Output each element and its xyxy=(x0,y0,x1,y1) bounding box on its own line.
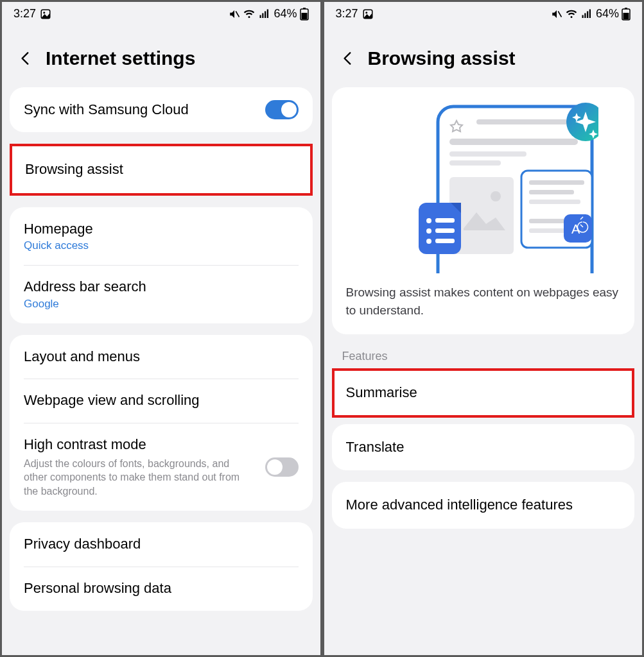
svg-rect-16 xyxy=(589,9,591,18)
svg-line-12 xyxy=(558,11,561,17)
personal-browsing-title: Personal browsing data xyxy=(24,579,171,598)
svg-rect-32 xyxy=(529,228,568,233)
personal-browsing-row[interactable]: Personal browsing data xyxy=(10,567,313,611)
svg-rect-19 xyxy=(623,13,629,19)
browsing-assist-illustration: A xyxy=(344,94,623,273)
header-right: Browsing assist xyxy=(324,24,643,87)
translate-row[interactable]: Translate xyxy=(332,424,635,471)
svg-rect-14 xyxy=(584,13,586,18)
svg-rect-3 xyxy=(260,15,261,18)
svg-rect-5 xyxy=(265,11,266,18)
more-ai-title: More advanced intelligence features xyxy=(346,496,573,515)
wifi-icon xyxy=(243,8,256,20)
high-contrast-title: High contrast mode xyxy=(24,436,265,454)
high-contrast-desc: Adjust the colours of fonts, backgrounds… xyxy=(24,457,245,499)
address-bar-title: Address bar search xyxy=(24,278,299,296)
sync-toggle[interactable] xyxy=(265,100,299,119)
high-contrast-toggle[interactable] xyxy=(265,457,299,477)
privacy-dashboard-title: Privacy dashboard xyxy=(24,535,141,554)
svg-rect-8 xyxy=(303,8,306,9)
svg-point-26 xyxy=(491,191,501,201)
sync-title: Sync with Samsung Cloud xyxy=(24,101,265,119)
statusbar-right: 3:27 64% xyxy=(324,2,643,24)
summarise-title: Summarise xyxy=(346,384,417,402)
layout-card: Layout and menus Webpage view and scroll… xyxy=(10,335,313,511)
gallery-icon xyxy=(40,8,51,20)
wifi-icon xyxy=(565,8,578,20)
mute-icon xyxy=(229,8,240,20)
svg-rect-23 xyxy=(449,151,527,157)
signal-icon xyxy=(258,8,271,20)
summarise-row[interactable]: Summarise xyxy=(335,371,632,415)
svg-line-2 xyxy=(236,11,239,17)
back-icon[interactable] xyxy=(17,50,34,67)
statusbar-battery-text: 64% xyxy=(596,7,619,21)
high-contrast-row[interactable]: High contrast mode Adjust the colours of… xyxy=(10,423,313,511)
svg-point-36 xyxy=(426,218,431,223)
battery-icon xyxy=(300,8,309,21)
statusbar-time: 3:27 xyxy=(336,7,358,21)
phone-right: 3:27 64% Browsing assist xyxy=(322,0,645,657)
header-left: Internet settings xyxy=(2,24,320,87)
svg-rect-39 xyxy=(435,228,455,233)
svg-rect-37 xyxy=(435,218,455,223)
browsing-assist-row[interactable]: Browsing assist xyxy=(12,146,310,193)
signal-icon xyxy=(580,8,593,20)
svg-rect-28 xyxy=(529,180,584,185)
svg-rect-29 xyxy=(529,190,574,194)
svg-point-1 xyxy=(43,12,45,13)
page-title: Internet settings xyxy=(46,47,195,69)
svg-point-38 xyxy=(426,228,431,234)
svg-rect-6 xyxy=(267,9,268,18)
webpage-view-row[interactable]: Webpage view and scrolling xyxy=(10,379,313,423)
webpage-view-title: Webpage view and scrolling xyxy=(24,391,200,410)
summarise-highlight: Summarise xyxy=(332,368,635,418)
translate-card: Translate xyxy=(332,424,635,471)
mute-icon xyxy=(551,8,562,20)
svg-rect-4 xyxy=(263,13,264,18)
svg-rect-24 xyxy=(449,160,501,166)
statusbar: 3:27 64% xyxy=(2,2,320,24)
svg-rect-15 xyxy=(587,11,588,18)
battery-icon xyxy=(622,8,631,21)
privacy-dashboard-row[interactable]: Privacy dashboard xyxy=(10,522,313,567)
page-title: Browsing assist xyxy=(368,47,516,69)
features-label: Features xyxy=(324,346,643,368)
illustration-card: A xyxy=(332,87,635,334)
statusbar-battery-text: 64% xyxy=(274,7,297,21)
svg-rect-9 xyxy=(301,13,307,19)
svg-rect-18 xyxy=(625,8,627,9)
more-ai-card: More advanced intelligence features xyxy=(332,482,635,529)
homepage-row[interactable]: Homepage Quick access xyxy=(10,207,313,266)
svg-rect-22 xyxy=(449,139,578,145)
privacy-card: Privacy dashboard Personal browsing data xyxy=(10,522,313,610)
back-icon[interactable] xyxy=(340,50,356,67)
browsing-assist-title: Browsing assist xyxy=(25,160,123,179)
homepage-title: Homepage xyxy=(24,220,299,239)
svg-rect-30 xyxy=(529,200,580,204)
homepage-card: Homepage Quick access Address bar search… xyxy=(10,207,313,323)
layout-menus-title: Layout and menus xyxy=(24,348,140,366)
svg-rect-21 xyxy=(476,119,573,124)
svg-rect-41 xyxy=(435,239,455,243)
browsing-assist-description: Browsing assist makes content on webpage… xyxy=(344,273,623,334)
address-bar-row[interactable]: Address bar search Google xyxy=(10,265,313,323)
translate-title: Translate xyxy=(346,438,405,457)
phone-left: 3:27 64% Internet settings xyxy=(0,0,322,657)
svg-point-40 xyxy=(426,239,431,244)
sync-card: Sync with Samsung Cloud xyxy=(10,87,313,132)
gallery-icon xyxy=(362,8,374,20)
homepage-sub: Quick access xyxy=(24,239,299,252)
more-ai-row[interactable]: More advanced intelligence features xyxy=(332,482,635,529)
svg-point-11 xyxy=(365,12,367,13)
sync-row[interactable]: Sync with Samsung Cloud xyxy=(10,87,313,132)
browsing-assist-highlight: Browsing assist xyxy=(10,144,313,196)
address-bar-sub: Google xyxy=(24,298,299,311)
svg-rect-13 xyxy=(582,15,583,18)
layout-menus-row[interactable]: Layout and menus xyxy=(10,335,313,379)
statusbar-time: 3:27 xyxy=(13,7,36,21)
